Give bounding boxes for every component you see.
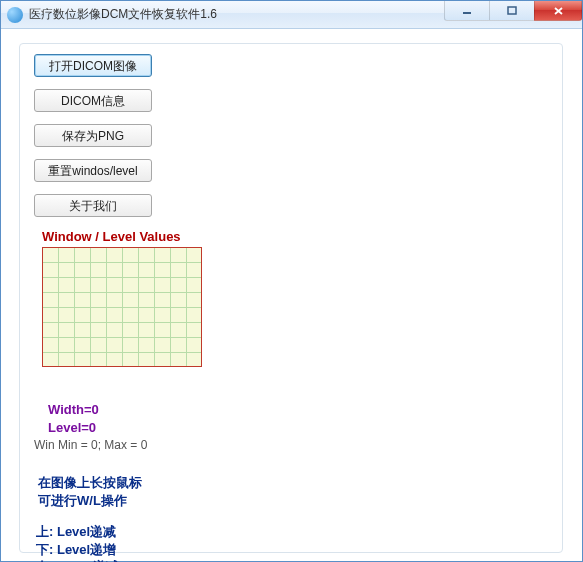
instr-up: 上: Level递减 [36, 523, 548, 541]
about-button[interactable]: 关于我们 [34, 194, 152, 217]
level-value-text: 0 [89, 420, 96, 435]
save-png-button[interactable]: 保存为PNG [34, 124, 152, 147]
instr-down: 下: Level递增 [36, 541, 548, 559]
svg-rect-0 [463, 12, 471, 14]
reset-wl-button[interactable]: 重置windos/level [34, 159, 152, 182]
level-value: Level=0 [48, 419, 548, 437]
wl-heading: Window / Level Values [42, 229, 548, 244]
open-dicom-button[interactable]: 打开DICOM图像 [34, 54, 152, 77]
instr-line1: 在图像上长按鼠标 [38, 474, 548, 492]
close-button[interactable] [534, 1, 582, 21]
width-label-text: Width= [48, 402, 92, 417]
window-controls [445, 1, 582, 21]
wl-values: Width=0 Level=0 Win Min = 0; Max = 0 [34, 401, 548, 452]
wl-grid[interactable] [42, 247, 202, 367]
app-icon [7, 7, 23, 23]
svg-rect-1 [508, 7, 516, 14]
instructions: 在图像上长按鼠标 可进行W/L操作 上: Level递减 下: Level递增 … [34, 474, 548, 562]
instr-line2: 可进行W/L操作 [38, 492, 548, 510]
minimize-button[interactable] [444, 1, 490, 21]
level-label-text: Level= [48, 420, 89, 435]
width-value: Width=0 [48, 401, 548, 419]
main-panel: 打开DICOM图像 DICOM信息 保存为PNG 重置windos/level … [19, 43, 563, 553]
minmax-value: Win Min = 0; Max = 0 [34, 438, 548, 452]
dicom-info-button[interactable]: DICOM信息 [34, 89, 152, 112]
window-title: 医疗数位影像DCM文件恢复软件1.6 [29, 6, 217, 23]
instr-left: 左: Width递减 [36, 558, 548, 562]
app-window: 医疗数位影像DCM文件恢复软件1.6 打开DICOM图像 DICOM信息 保存为… [0, 0, 583, 562]
width-value-text: 0 [92, 402, 99, 417]
client-area: 打开DICOM图像 DICOM信息 保存为PNG 重置windos/level … [1, 29, 582, 562]
maximize-button[interactable] [489, 1, 535, 21]
wl-grid-container [42, 247, 548, 367]
titlebar[interactable]: 医疗数位影像DCM文件恢复软件1.6 [1, 1, 582, 29]
